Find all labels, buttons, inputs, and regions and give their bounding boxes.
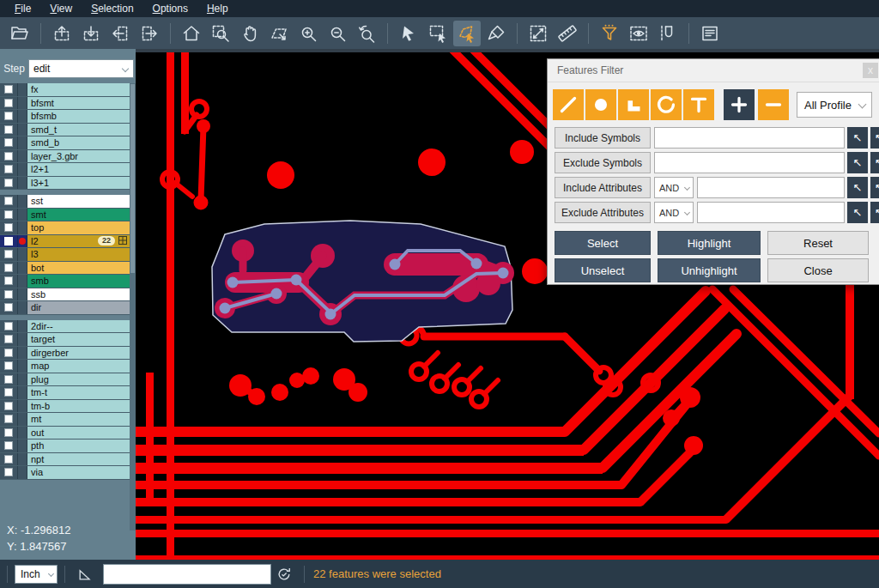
layer-label[interactable]: smt — [27, 209, 130, 221]
layer-row-sst[interactable]: sst — [0, 195, 136, 209]
select-rectangle-icon[interactable] — [424, 21, 452, 46]
layer-row-top[interactable]: top — [0, 221, 136, 235]
layer-label[interactable]: smb — [27, 275, 130, 288]
scrollbar-thumb[interactable] — [130, 84, 135, 273]
layer-label[interactable]: 2dir-- — [27, 320, 130, 333]
layer-visibility-checkbox[interactable] — [0, 453, 18, 466]
unselect-button[interactable]: Unselect — [555, 258, 651, 282]
highlight-button[interactable]: Highlight — [658, 231, 761, 255]
layer-row-tm-t[interactable]: tm-t — [0, 386, 136, 400]
layer-label[interactable]: via — [27, 466, 130, 479]
angle-measure-icon[interactable] — [76, 565, 94, 584]
layer-label[interactable]: l3 — [27, 248, 130, 261]
layer-visibility-checkbox[interactable] — [0, 195, 18, 208]
select-polygon-icon[interactable] — [453, 21, 481, 46]
layer-visibility-checkbox[interactable] — [0, 466, 18, 479]
layer-row-layer_3.gbr[interactable]: layer_3.gbr — [0, 150, 136, 164]
layer-row-bot[interactable]: bot — [0, 262, 136, 276]
layer-label[interactable]: pth — [27, 439, 130, 452]
filter-value-input[interactable] — [697, 177, 845, 198]
layer-visibility-checkbox[interactable] — [0, 320, 18, 333]
layer-row-dirgerber[interactable]: dirgerber — [0, 347, 136, 361]
layer-row-smt[interactable]: smt — [0, 209, 136, 222]
unhighlight-button[interactable]: Unhighlight — [658, 258, 761, 282]
pad-feature-icon[interactable] — [585, 89, 616, 120]
layer-row-npt[interactable]: npt — [0, 453, 136, 467]
menu-item-selection[interactable]: Selection — [82, 0, 142, 17]
add-filter-icon[interactable] — [724, 89, 755, 120]
zoom-in-icon[interactable] — [294, 21, 322, 46]
filter-row-label-button[interactable]: Exclude Symbols — [555, 152, 651, 173]
and-or-combo[interactable]: AND — [654, 177, 694, 198]
snap-icon[interactable] — [654, 21, 682, 46]
close-icon[interactable]: x — [863, 63, 878, 78]
layer-row-l2+1[interactable]: l2+1 — [0, 163, 136, 177]
zoom-polygon-icon[interactable] — [265, 21, 293, 46]
layer-row-dir[interactable]: dir — [0, 301, 136, 315]
layer-visibility-checkbox[interactable] — [0, 400, 18, 413]
layer-visibility-checkbox[interactable] — [0, 177, 18, 190]
layer-label[interactable]: target — [27, 333, 130, 346]
layer-visibility-checkbox[interactable] — [0, 386, 18, 399]
layer-row-l2[interactable]: l222 — [0, 235, 136, 249]
menu-item-file[interactable]: File — [5, 0, 40, 17]
pick-from-canvas-button[interactable]: ↖ — [847, 177, 868, 198]
menu-item-view[interactable]: View — [40, 0, 82, 17]
profile-combo[interactable]: All Profile — [797, 92, 872, 118]
layer-visibility-checkbox[interactable] — [0, 124, 18, 136]
layer-visibility-checkbox[interactable] — [0, 248, 18, 261]
surface-feature-icon[interactable] — [618, 89, 649, 120]
layer-label[interactable]: l2+1 — [27, 163, 130, 176]
filter-row-label-button[interactable]: Include Attributes — [555, 177, 651, 198]
layer-label[interactable]: l3+1 — [27, 177, 130, 190]
features-filter-icon[interactable] — [596, 21, 623, 46]
layer-row-plug[interactable]: plug — [0, 373, 136, 387]
layer-visibility-checkbox[interactable] — [0, 150, 18, 163]
filter-row-label-button[interactable]: Include Symbols — [555, 127, 651, 149]
line-feature-icon[interactable] — [553, 89, 584, 120]
send-down-icon[interactable] — [77, 21, 105, 46]
send-right-icon[interactable] — [136, 21, 163, 46]
layer-visibility-checkbox[interactable] — [0, 347, 18, 360]
layer-label[interactable]: sst — [27, 195, 130, 208]
send-up-icon[interactable] — [48, 21, 76, 46]
zoom-previous-icon[interactable] — [353, 21, 380, 46]
refresh-check-icon[interactable] — [275, 565, 294, 584]
layer-visibility-checkbox[interactable] — [0, 221, 18, 234]
layer-label[interactable]: out — [27, 427, 130, 439]
layer-label[interactable]: layer_3.gbr — [27, 150, 130, 163]
menu-item-options[interactable]: Options — [143, 0, 197, 17]
layer-label[interactable]: tm-t — [27, 386, 130, 399]
layer-label[interactable]: map — [27, 360, 130, 373]
layer-row-pth[interactable]: pth — [0, 439, 136, 453]
layer-label[interactable]: fx — [27, 83, 130, 96]
layer-label[interactable]: dirgerber — [27, 347, 130, 360]
layer-label[interactable]: smd_b — [27, 136, 130, 149]
layer-row-target[interactable]: target — [0, 333, 136, 347]
layer-visibility-checkbox[interactable] — [0, 360, 18, 373]
layer-row-out[interactable]: out — [0, 427, 136, 440]
layer-row-via[interactable]: via — [0, 466, 136, 480]
layer-row-smd_t[interactable]: smd_t — [0, 124, 136, 137]
layer-label[interactable]: ssb — [27, 288, 130, 301]
pan-hand-icon[interactable] — [236, 21, 264, 46]
layer-visibility-checkbox[interactable] — [0, 439, 18, 452]
layer-label[interactable]: mt — [27, 413, 130, 426]
send-left-icon[interactable] — [106, 21, 134, 46]
layer-visibility-checkbox[interactable] — [0, 413, 18, 426]
layer-row-bfsmt[interactable]: bfsmt — [0, 97, 136, 111]
layer-label[interactable]: bfsmt — [27, 97, 130, 110]
pick-from-canvas-button[interactable]: ↖ — [847, 152, 868, 173]
layer-visibility-checkbox[interactable] — [0, 83, 18, 96]
layer-visibility-checkbox[interactable] — [0, 301, 18, 314]
layer-label[interactable]: dir — [27, 301, 130, 314]
layer-visibility-checkbox[interactable] — [0, 209, 18, 221]
select-cursor-icon[interactable] — [395, 21, 422, 46]
menu-item-help[interactable]: Help — [197, 0, 238, 17]
layer-row-smd_b[interactable]: smd_b — [0, 136, 136, 150]
layer-row-2dir--[interactable]: 2dir-- — [0, 320, 136, 334]
filter-value-input[interactable] — [654, 152, 845, 173]
layer-label[interactable]: top — [27, 221, 130, 234]
pick-from-canvas-button[interactable]: ↖ — [847, 127, 868, 149]
zoom-out-icon[interactable] — [324, 21, 351, 46]
